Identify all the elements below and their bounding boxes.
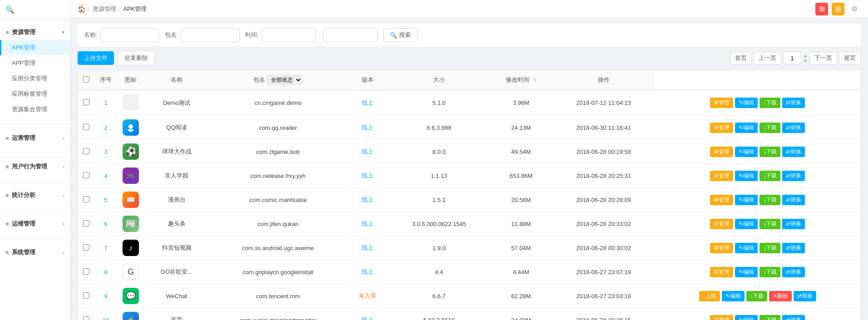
- search-time-from[interactable]: [261, 28, 316, 42]
- row-seq: 9: [94, 284, 117, 308]
- search-name-input[interactable]: [100, 28, 159, 42]
- prev-page-top-button[interactable]: 上一页: [754, 52, 781, 64]
- delete-button[interactable]: ✕删除: [769, 291, 792, 301]
- download-button[interactable]: ↓下载: [760, 267, 780, 277]
- download-button[interactable]: ↓下载: [760, 315, 780, 320]
- sidebar-item-apptag[interactable]: 应用标签管理: [0, 86, 70, 102]
- manage-button[interactable]: ⚙管理: [710, 147, 733, 157]
- sidebar-group-sys-header[interactable]: ≡ 系统管理 ›: [0, 245, 70, 260]
- edit-button[interactable]: ✎编辑: [735, 195, 758, 205]
- replace-button[interactable]: ⇄替换: [782, 171, 805, 181]
- row-checkbox[interactable]: [83, 99, 89, 105]
- pagination-top: 首页 上一页 ▲ ▼ 下一页 尾页: [730, 52, 861, 64]
- replace-button[interactable]: ⇄替换: [782, 147, 805, 157]
- row-checkbox-cell: [78, 236, 94, 260]
- row-checkbox[interactable]: [83, 172, 89, 178]
- edit-button[interactable]: ✎编辑: [735, 98, 758, 108]
- row-checkbox[interactable]: [83, 292, 89, 299]
- edit-button[interactable]: ✎编辑: [735, 123, 758, 133]
- row-icon: ♪: [117, 236, 144, 260]
- page-number-top-input[interactable]: [783, 52, 801, 64]
- manage-button[interactable]: ⚙管理: [710, 98, 733, 108]
- download-button[interactable]: ↓下载: [760, 219, 780, 229]
- row-checkbox[interactable]: [83, 196, 89, 202]
- download-button[interactable]: ↓下载: [760, 98, 780, 108]
- next-page-top-button[interactable]: 下一页: [809, 52, 837, 64]
- breadcrumb-resource[interactable]: 资源管理: [93, 5, 116, 13]
- row-checkbox[interactable]: [83, 244, 89, 251]
- first-page-top-button[interactable]: 首页: [730, 52, 752, 64]
- manage-button[interactable]: ⚙管理: [710, 171, 733, 181]
- sidebar-item-resset[interactable]: 资源集合管理: [0, 102, 70, 117]
- edit-button[interactable]: ✎编辑: [735, 147, 758, 157]
- download-button[interactable]: ↓下载: [760, 243, 780, 253]
- row-checkbox[interactable]: [83, 220, 89, 226]
- sidebar-item-app[interactable]: APP管理: [0, 55, 70, 71]
- row-version: 6.6.7: [388, 284, 489, 308]
- sidebar-group-ops-header[interactable]: ≡ 运营管理 ›: [0, 130, 70, 146]
- download-button[interactable]: ↓下载: [760, 195, 780, 205]
- topbar-red-button[interactable]: ⊞: [815, 3, 828, 15]
- row-mtime: 2018-06-27 23:03:18: [552, 284, 655, 308]
- row-checkbox-cell: [78, 308, 94, 320]
- upload-button[interactable]: 上传文件: [78, 51, 114, 65]
- download-button[interactable]: ↓下载: [760, 147, 780, 157]
- app-icon-ball: ⚽: [123, 143, 139, 160]
- sidebar-group-maint-header[interactable]: ≡ 运维管理 ›: [0, 216, 70, 231]
- edit-button[interactable]: ✎编辑: [722, 291, 745, 301]
- replace-button[interactable]: ⇄替换: [782, 315, 805, 320]
- home-icon[interactable]: 🏠: [78, 5, 85, 13]
- sidebar-item-appcat[interactable]: 应用分类管理: [0, 71, 70, 86]
- seq-link[interactable]: 1: [104, 99, 107, 106]
- edit-button[interactable]: ✎编辑: [735, 219, 758, 229]
- search-pkg-label: 包名:: [165, 31, 178, 39]
- row-pkg: com.tencent.mm: [209, 284, 347, 308]
- last-page-top-button[interactable]: 尾页: [839, 52, 861, 64]
- manage-button[interactable]: ⚙管理: [710, 315, 733, 320]
- replace-button[interactable]: ⇄替换: [782, 267, 805, 277]
- topbar-gear-button[interactable]: ⚙: [848, 3, 861, 15]
- manage-button[interactable]: ⚙管理: [710, 219, 733, 229]
- sidebar-item-apk[interactable]: APK管理: [0, 40, 70, 55]
- replace-button[interactable]: ⇄替换: [782, 195, 805, 205]
- row-size: 3.96M: [490, 90, 552, 116]
- sort-icon[interactable]: ⇅: [533, 78, 537, 83]
- replace-button[interactable]: ⇄替换: [782, 243, 805, 253]
- page-up-arrow-top[interactable]: ▲: [803, 54, 808, 58]
- page-down-arrow-top[interactable]: ▼: [803, 59, 808, 63]
- edit-button[interactable]: ✎编辑: [735, 267, 758, 277]
- search-time-field: 时间: -: [245, 28, 378, 42]
- replace-button[interactable]: ⇄替换: [794, 291, 816, 301]
- row-checkbox[interactable]: [83, 148, 89, 154]
- edit-button[interactable]: ✎编辑: [735, 171, 758, 181]
- row-checkbox[interactable]: [83, 124, 89, 130]
- download-button[interactable]: ↓下载: [746, 291, 767, 301]
- replace-button[interactable]: ⇄替换: [782, 219, 805, 229]
- row-checkbox[interactable]: [83, 268, 89, 275]
- manage-button[interactable]: ⚙管理: [710, 195, 733, 205]
- manage-button[interactable]: ⚙管理: [710, 243, 733, 253]
- manage-button[interactable]: ⚙管理: [710, 123, 733, 133]
- manage-button[interactable]: ⚙管理: [710, 267, 733, 277]
- sidebar-group-user-header[interactable]: ≡ 用户行为管理 ›: [0, 159, 70, 174]
- online-button[interactable]: ↑上线: [699, 291, 720, 301]
- search-time-to[interactable]: [323, 28, 378, 42]
- sidebar-group-resource-header[interactable]: ≡ 资源管理 ▾: [0, 25, 70, 40]
- row-checkbox[interactable]: [83, 316, 89, 320]
- search-pkg-input[interactable]: [181, 28, 240, 42]
- select-all-checkbox[interactable]: [83, 76, 89, 83]
- download-button[interactable]: ↓下载: [760, 171, 780, 181]
- edit-button[interactable]: ✎编辑: [735, 315, 758, 320]
- download-button[interactable]: ↓下载: [760, 123, 780, 133]
- sidebar-group-stat-header[interactable]: ≡ 统计分析 ›: [0, 187, 70, 203]
- batch-delete-button[interactable]: 批量删除: [118, 51, 155, 65]
- table-row: 8 G GO谷歌安... com.goplaycn.googleinstall …: [78, 260, 860, 284]
- replace-button[interactable]: ⇄替换: [782, 123, 805, 133]
- status-filter-select[interactable]: 全部状态 线上 线下 未入库: [267, 75, 302, 85]
- row-mtime: 2018-07-12 11:04:23: [552, 90, 655, 116]
- edit-button[interactable]: ✎编辑: [735, 243, 758, 253]
- topbar-yellow-button[interactable]: ⊞: [832, 3, 844, 15]
- row-icon: 📰: [117, 212, 144, 236]
- replace-button[interactable]: ⇄替换: [782, 98, 805, 108]
- search-button[interactable]: 🔍 搜索: [383, 28, 418, 42]
